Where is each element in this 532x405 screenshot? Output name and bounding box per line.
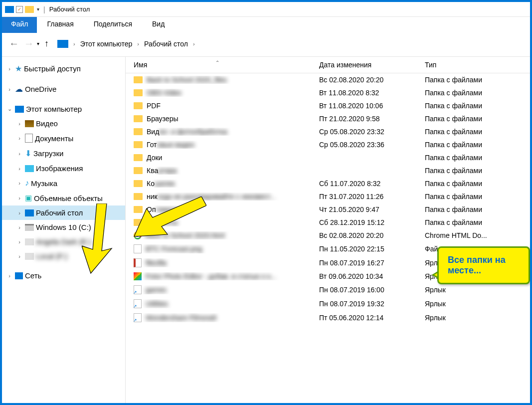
file-date: Вт 11.08.2020 10:06 — [319, 102, 425, 110]
file-row[interactable]: Wondershare Filmora9Пт 05.06.2020 12:14Я… — [126, 311, 530, 325]
tree-desktop[interactable]: ›Рабочий стол — [2, 205, 125, 220]
tab-share[interactable]: Поделиться — [84, 17, 142, 33]
file-name: Готовые видео — [147, 141, 194, 149]
tab-view[interactable]: Вид — [142, 17, 175, 33]
file-date: Пн 08.07.2019 19:32 — [319, 300, 425, 308]
pictures-icon — [25, 165, 34, 172]
column-headers: Имя⌃ Дата изменения Тип — [126, 57, 530, 73]
folder-icon — [134, 180, 143, 187]
file-rows-container: Back to School 2020_filesВс 02.08.2020 2… — [126, 73, 530, 325]
file-name: games — [146, 286, 167, 294]
tree-music[interactable]: ›♪Музыка — [2, 176, 125, 191]
file-row[interactable]: Back to School 2020.htmlВс 02.08.2020 20… — [126, 229, 530, 242]
file-row[interactable]: КвартираПапка с файлами — [126, 164, 530, 177]
tree-label: Local (F:) — [36, 252, 67, 260]
header-name[interactable]: Имя⌃ — [126, 61, 319, 69]
chrome-icon — [134, 231, 142, 239]
file-date: Пт 31.07.2020 11:26 — [319, 193, 425, 201]
titlebar-separator: | — [43, 5, 45, 13]
recent-dropdown[interactable]: ▾ — [37, 41, 39, 46]
file-date: Сб 11.07.2020 8:32 — [319, 180, 425, 188]
file-row[interactable]: ТоррентыСб 28.12.2019 15:12Папка с файла… — [126, 216, 530, 229]
file-row[interactable]: никогда не разговаривайте с неизвест...П… — [126, 190, 530, 203]
tree-network[interactable]: ›Сеть — [2, 268, 125, 283]
tree-label: Windows 10 (C:) — [36, 223, 91, 231]
disk-icon — [25, 253, 34, 260]
tab-file[interactable]: Файл — [2, 17, 37, 33]
tree-video[interactable]: ›Видео — [2, 116, 125, 131]
tree-drive-hidden2[interactable]: ›Local (F:) — [2, 249, 125, 263]
file-type: Папка с файлами — [425, 115, 482, 123]
file-date: Пн 11.05.2020 22:15 — [319, 245, 425, 253]
file-name: Back to School 2020_files — [147, 76, 227, 84]
file-row[interactable]: ОптимизацияЧт 21.05.2020 9:47Папка с фай… — [126, 203, 530, 216]
file-row[interactable]: UtilitiesПн 08.07.2019 19:32Ярлык — [126, 297, 530, 311]
file-row[interactable]: gamesПн 08.07.2019 16:00Ярлык — [126, 283, 530, 297]
file-row[interactable]: БраузерыПт 21.02.2020 9:58Папка с файлам… — [126, 112, 530, 125]
document-icon — [25, 134, 33, 143]
breadcrumb-root-icon — [57, 40, 68, 48]
file-row[interactable]: КошелекСб 11.07.2020 8:32Папка с файлами — [126, 177, 530, 190]
file-date: Вт 09.06.2020 10:34 — [319, 272, 425, 280]
tab-home[interactable]: Главная — [37, 17, 83, 33]
titlebar-dropdown-icon[interactable]: ▾ — [37, 6, 39, 12]
file-name: Торренты — [147, 218, 178, 226]
window-icon — [5, 6, 14, 13]
tree-label: Объемные объекты — [34, 194, 103, 202]
disk-icon — [25, 238, 34, 245]
video-icon — [25, 120, 34, 127]
file-type: Папка с файлами — [425, 180, 482, 188]
fotor-icon — [134, 272, 142, 280]
tree-documents[interactable]: ›Документы — [2, 131, 125, 146]
filezilla-icon — [134, 258, 142, 267]
file-row[interactable]: Готовые видеоСр 05.08.2020 23:36Папка с … — [126, 138, 530, 151]
star-icon: ★ — [15, 64, 22, 73]
tree-downloads[interactable]: ›⬇Загрузки — [2, 146, 125, 161]
tree-3d-objects[interactable]: ›▣Объемные объекты — [2, 191, 125, 205]
tree-quick-access[interactable]: ›★Быстрый доступ — [2, 61, 125, 76]
file-row[interactable]: ДокиПапка с файлами — [126, 151, 530, 164]
breadcrumb-sep-icon[interactable]: › — [134, 41, 142, 47]
file-type: Ярлык — [425, 286, 446, 294]
file-name: Квартира — [147, 167, 177, 175]
breadcrumb-sep-icon[interactable]: › — [190, 41, 198, 47]
titlebar-checkbox[interactable]: ✓ — [16, 6, 23, 13]
desktop-icon — [25, 209, 34, 216]
tree-label: Загрузки — [33, 149, 63, 158]
tree-drive-c[interactable]: ›Windows 10 (C:) — [2, 220, 125, 234]
tree-label: Видео — [36, 119, 58, 128]
explorer-window: ✓ ▾ | Рабочий стол Файл Главная Поделить… — [0, 0, 532, 405]
file-row[interactable]: Видео- и фотообработкаСр 05.08.2020 23:3… — [126, 125, 530, 138]
tree-drive-hidden1[interactable]: ›Angela Dark (E:) — [2, 234, 125, 249]
breadcrumb-this-pc[interactable]: Этот компьютер — [80, 40, 133, 48]
folder-icon — [134, 141, 143, 148]
file-row[interactable]: PDFВт 11.08.2020 10:06Папка с файлами — [126, 99, 530, 112]
breadcrumb-desktop[interactable]: Рабочий стол — [144, 40, 188, 48]
file-name: никогда не разговаривайте с неизвест... — [147, 193, 276, 201]
file-row[interactable]: OBS-VideoВт 11.08.2020 8:32Папка с файла… — [126, 86, 530, 99]
file-type: Папка с файлами — [425, 128, 482, 136]
header-type[interactable]: Тип — [425, 61, 436, 69]
breadcrumb[interactable]: › Этот компьютер › Рабочий стол › — [54, 38, 523, 49]
breadcrumb-sep-icon[interactable]: › — [70, 41, 78, 47]
navigation-tree: ›★Быстрый доступ ›☁OneDrive ⌄Этот компью… — [2, 57, 126, 405]
folder-icon — [134, 167, 143, 174]
up-button[interactable]: ↑ — [44, 38, 49, 49]
folder-icon — [134, 115, 143, 122]
forward-button[interactable]: → — [24, 38, 34, 49]
tree-this-pc[interactable]: ⌄Этот компьютер — [2, 102, 125, 116]
file-name: Доки — [147, 154, 162, 162]
file-row[interactable]: Back to School 2020_filesВс 02.08.2020 2… — [126, 73, 530, 86]
shortcut-icon — [134, 299, 142, 308]
file-type: Папка с файлами — [425, 76, 482, 84]
file-name: Fotor Photo Editor - добав. в статью о к… — [146, 272, 276, 280]
tree-onedrive[interactable]: ›☁OneDrive — [2, 81, 125, 97]
tree-pictures[interactable]: ›Изображения — [2, 161, 125, 176]
file-name: BTC Forecast.png — [146, 245, 202, 253]
file-date: Пт 05.06.2020 12:14 — [319, 314, 425, 322]
back-button[interactable]: ← — [9, 38, 19, 49]
file-list-pane: Имя⌃ Дата изменения Тип Back to School 2… — [126, 57, 530, 405]
shortcut-icon — [134, 313, 142, 322]
header-date[interactable]: Дата изменения — [319, 61, 425, 69]
monitor-icon — [15, 106, 24, 113]
